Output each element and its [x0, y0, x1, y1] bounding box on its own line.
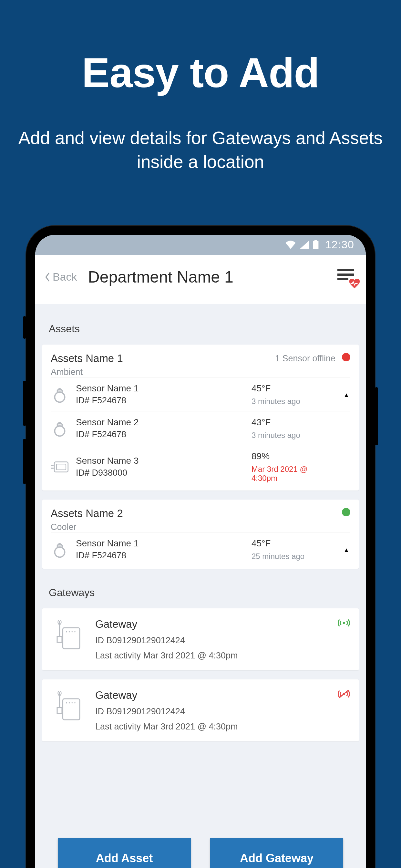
asset-subtype: Ambient — [51, 367, 275, 377]
hero-subtitle: Add and view details for Gateways and As… — [0, 126, 401, 174]
phone-frame: 12:30 Back Department Name 1 Assets Asse… — [26, 226, 375, 868]
sensor-reading: 89% Mar 3rd 2021 @ 4:30pm — [251, 451, 335, 483]
signal-online-icon — [337, 618, 350, 661]
chevron-up-icon[interactable]: ▲ — [343, 392, 350, 399]
add-asset-button[interactable]: Add Asset — [58, 838, 191, 868]
svg-rect-6 — [51, 465, 54, 466]
sensor-reading: 45°F 3 minutes ago — [251, 383, 335, 406]
svg-point-18 — [343, 622, 345, 624]
status-time: 12:30 — [325, 238, 354, 251]
sensor-icon — [51, 419, 69, 438]
sensor-icon — [51, 457, 69, 476]
svg-rect-22 — [57, 708, 62, 713]
sensor-row[interactable]: Sensor Name 3 ID# D938000 89% Mar 3rd 20… — [51, 445, 350, 488]
svg-rect-5 — [57, 464, 66, 470]
sensor-time: 25 minutes ago — [251, 552, 335, 561]
svg-point-8 — [55, 547, 65, 557]
status-indicator-icon — [342, 508, 350, 516]
asset-name: Assets Name 2 — [51, 507, 342, 520]
svg-point-25 — [71, 702, 73, 703]
sensor-reading: 45°F 25 minutes ago — [251, 538, 335, 561]
sensor-id: ID# D938000 — [76, 468, 244, 478]
svg-point-17 — [74, 631, 75, 632]
asset-card[interactable]: Assets Name 2 Cooler Sensor Name 1 ID# F… — [42, 500, 359, 569]
svg-rect-3 — [57, 424, 62, 426]
sensor-row[interactable]: Sensor Name 1 ID# F524678 45°F 3 minutes… — [51, 377, 350, 411]
sensor-name: Sensor Name 1 — [76, 538, 244, 549]
app-header: Back Department Name 1 — [35, 255, 366, 304]
heart-pulse-icon — [349, 279, 360, 288]
sensor-info: Sensor Name 2 ID# F524678 — [76, 417, 244, 439]
gateway-id: ID B091290129012424 — [95, 636, 328, 646]
bottom-action-bar: Add Asset Add Gateway — [35, 838, 366, 868]
hero-title: Easy to Add — [0, 49, 401, 97]
phone-side-button — [23, 439, 26, 484]
gateway-name: Gateway — [95, 618, 328, 630]
assets-section-label: Assets — [35, 304, 366, 345]
phone-side-button — [23, 316, 26, 339]
chevron-left-icon — [45, 273, 50, 282]
phone-side-button — [375, 387, 378, 445]
phone-screen: 12:30 Back Department Name 1 Assets Asse… — [35, 235, 366, 868]
sensor-id: ID# F524678 — [76, 551, 244, 561]
svg-point-23 — [66, 702, 67, 703]
chevron-up-icon[interactable]: ▲ — [343, 547, 350, 554]
svg-rect-1 — [57, 390, 62, 392]
sensor-name: Sensor Name 2 — [76, 417, 244, 428]
sensor-info: Sensor Name 1 ID# F524678 — [76, 383, 244, 406]
sensor-value: 43°F — [251, 417, 335, 428]
sensor-info: Sensor Name 3 ID# D938000 — [76, 456, 244, 478]
svg-point-26 — [74, 702, 75, 703]
gateway-activity: Last activity Mar 3rd 2021 @ 4:30pm — [95, 722, 328, 732]
status-indicator-icon — [342, 353, 350, 361]
add-gateway-button[interactable]: Add Gateway — [210, 838, 343, 868]
svg-point-15 — [69, 631, 70, 632]
sensor-time: 3 minutes ago — [251, 397, 335, 406]
cellular-icon — [300, 241, 309, 249]
sensor-value: 45°F — [251, 538, 335, 549]
sensor-name: Sensor Name 3 — [76, 456, 244, 466]
asset-status-text: 1 Sensor offline — [275, 353, 335, 364]
battery-icon — [313, 240, 319, 249]
svg-point-14 — [66, 631, 67, 632]
signal-offline-icon — [337, 689, 350, 732]
sensor-row[interactable]: Sensor Name 2 ID# F524678 43°F 3 minutes… — [51, 411, 350, 445]
sensor-value: 89% — [251, 451, 335, 461]
status-bar: 12:30 — [35, 235, 366, 255]
sensor-reading: 43°F 3 minutes ago — [251, 417, 335, 440]
sensor-time: Mar 3rd 2021 @ 4:30pm — [251, 465, 335, 483]
svg-point-0 — [55, 392, 65, 402]
sensor-value: 45°F — [251, 383, 335, 394]
menu-button[interactable] — [337, 269, 356, 285]
svg-point-16 — [71, 631, 73, 632]
gateway-icon — [51, 618, 86, 654]
svg-rect-13 — [57, 637, 62, 642]
svg-rect-10 — [63, 628, 80, 649]
sensor-id: ID# F524678 — [76, 430, 244, 439]
sensor-info: Sensor Name 1 ID# F524678 — [76, 538, 244, 561]
sensor-icon — [51, 385, 69, 404]
sensor-row[interactable]: Sensor Name 1 ID# F524678 45°F 25 minute… — [51, 532, 350, 566]
sensor-name: Sensor Name 1 — [76, 383, 244, 394]
asset-card[interactable]: Assets Name 1 Ambient 1 Sensor offline S… — [42, 345, 359, 491]
svg-rect-7 — [51, 468, 54, 469]
gateway-icon — [51, 689, 86, 724]
page-title: Department Name 1 — [88, 268, 234, 286]
svg-point-2 — [55, 426, 65, 436]
svg-rect-9 — [57, 545, 62, 547]
gateway-card[interactable]: Gateway ID B091290129012424 Last activit… — [42, 679, 359, 741]
svg-point-24 — [69, 702, 70, 703]
gateway-card[interactable]: Gateway ID B091290129012424 Last activit… — [42, 609, 359, 671]
asset-subtype: Cooler — [51, 522, 342, 532]
back-button[interactable]: Back — [45, 271, 77, 283]
gateway-id: ID B091290129012424 — [95, 707, 328, 717]
wifi-icon — [285, 241, 296, 249]
sensor-icon — [51, 540, 69, 559]
back-label: Back — [53, 271, 77, 283]
main-content: Assets Assets Name 1 Ambient 1 Sensor of… — [35, 304, 366, 868]
svg-rect-19 — [63, 699, 80, 720]
sensor-time: 3 minutes ago — [251, 431, 335, 440]
gateway-activity: Last activity Mar 3rd 2021 @ 4:30pm — [95, 651, 328, 661]
gateways-section-label: Gateways — [35, 578, 366, 609]
gateway-name: Gateway — [95, 689, 328, 702]
